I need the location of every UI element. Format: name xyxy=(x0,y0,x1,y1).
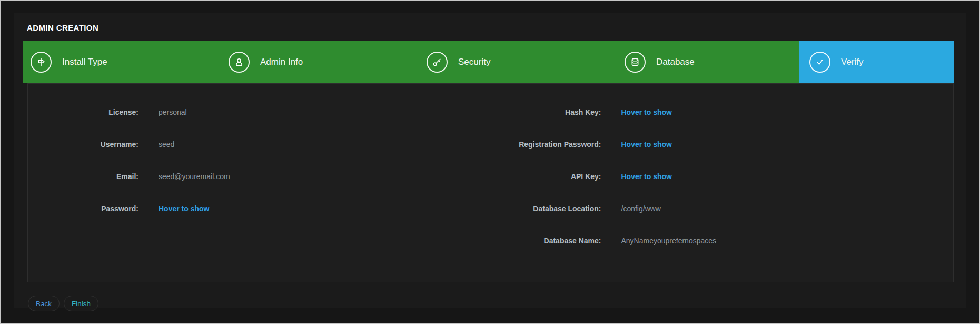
field-label: Database Name: xyxy=(491,237,601,245)
hover-to-show-link[interactable]: Hover to show xyxy=(621,172,672,181)
wizard-step-admin-info[interactable]: Admin Info xyxy=(205,41,403,83)
verify-step-panel: License: personal Username: seed Email: … xyxy=(27,83,954,282)
field-value: seed@youremail.com xyxy=(159,172,230,181)
hover-to-show-link[interactable]: Hover to show xyxy=(159,204,209,213)
database-icon xyxy=(630,57,640,67)
check-icon xyxy=(815,57,825,67)
wizard-step-security[interactable]: Security xyxy=(403,41,601,83)
form-row: Password: Hover to show xyxy=(28,192,491,224)
form-row: Database Location: /config/www xyxy=(491,192,954,224)
form-row: API Key: Hover to show xyxy=(491,160,954,192)
field-label: Email: xyxy=(28,172,138,181)
form-row: Username: seed xyxy=(28,128,491,160)
admin-creation-window: { "page": { "title": "ADMIN CREATION" },… xyxy=(0,0,980,324)
signpost-icon xyxy=(36,57,46,67)
step-label: Admin Info xyxy=(260,57,303,67)
finish-button[interactable]: Finish xyxy=(64,296,98,311)
field-value: /config/www xyxy=(621,204,661,213)
user-icon xyxy=(234,57,244,67)
form-row: Database Name: AnyNameyouprefernospaces xyxy=(491,224,954,257)
verify-form-right: Hash Key: Hover to show Registration Pas… xyxy=(491,96,954,282)
field-value: seed xyxy=(159,140,174,149)
wizard-step-install-type[interactable]: Install Type xyxy=(23,41,205,83)
step-label: Security xyxy=(458,57,490,67)
field-label: Password: xyxy=(28,204,138,213)
step-icon-circle xyxy=(427,52,448,73)
back-button[interactable]: Back xyxy=(28,296,60,311)
hover-to-show-link[interactable]: Hover to show xyxy=(621,108,672,116)
field-label: Registration Password: xyxy=(491,140,601,149)
form-row: Email: seed@youremail.com xyxy=(28,160,491,192)
key-icon xyxy=(432,57,442,67)
hover-to-show-link[interactable]: Hover to show xyxy=(621,140,672,149)
wizard-step-verify[interactable]: Verify xyxy=(799,41,954,83)
page-title: ADMIN CREATION xyxy=(27,23,98,32)
form-row: Registration Password: Hover to show xyxy=(491,128,954,160)
field-label: Hash Key: xyxy=(491,108,601,116)
step-icon-circle xyxy=(809,52,830,73)
field-value: personal xyxy=(159,108,187,116)
form-row: Hash Key: Hover to show xyxy=(491,96,954,128)
field-label: API Key: xyxy=(491,172,601,181)
step-icon-circle xyxy=(625,52,646,73)
step-icon-circle xyxy=(229,52,250,73)
wizard-steps: Install Type Admin Info Security Databas… xyxy=(23,41,954,83)
step-label: Install Type xyxy=(62,57,107,67)
wizard-actions: Back Finish xyxy=(28,296,98,311)
step-icon-circle xyxy=(31,52,52,73)
verify-form-left: License: personal Username: seed Email: … xyxy=(28,96,491,282)
step-label: Database xyxy=(656,57,695,67)
form-row: License: personal xyxy=(28,96,491,128)
field-label: License: xyxy=(28,108,138,116)
field-label: Username: xyxy=(28,140,138,149)
field-value: AnyNameyouprefernospaces xyxy=(621,237,717,245)
field-label: Database Location: xyxy=(491,204,601,213)
step-label: Verify xyxy=(841,57,864,67)
wizard-step-database[interactable]: Database xyxy=(601,41,799,83)
admin-creation-panel: ADMIN CREATION Install Type Admin Info S… xyxy=(14,13,966,308)
